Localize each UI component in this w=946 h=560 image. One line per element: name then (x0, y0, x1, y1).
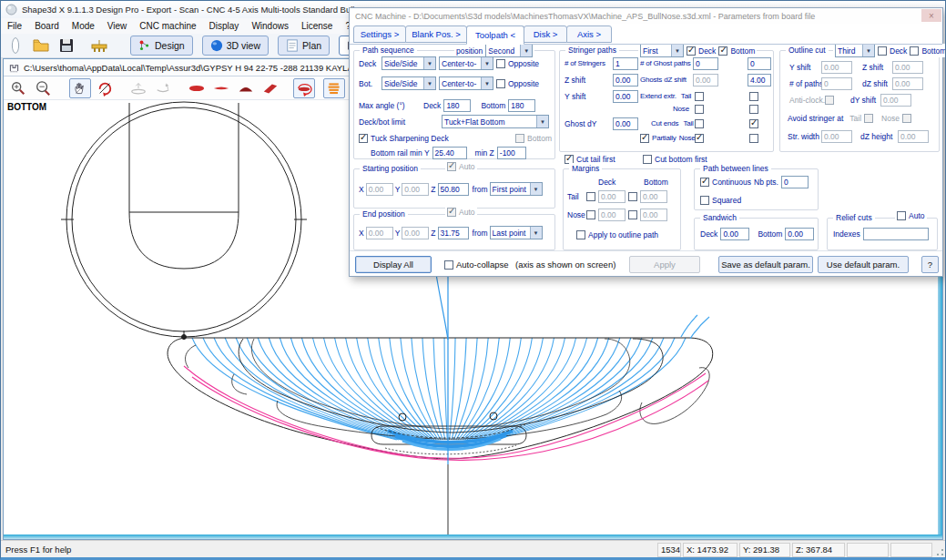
tab-axis[interactable]: Axis > (566, 25, 612, 43)
extend-extr-label: Extend extr. (640, 92, 676, 100)
tab-blank-pos[interactable]: Blank Pos. > (405, 25, 467, 43)
squared-checkbox[interactable] (700, 196, 709, 205)
deck-mode-select[interactable]: Center-to-▼ (439, 56, 493, 70)
auto-collapse-checkbox[interactable] (444, 260, 453, 270)
zoom-out-icon[interactable] (32, 78, 54, 98)
outline-order-select[interactable]: Third▼ (835, 44, 875, 57)
3d-view-button[interactable]: 3D view (202, 36, 269, 56)
start-z-field[interactable]: 50.80 (438, 183, 469, 196)
outline-bottom-checkbox[interactable] (910, 46, 919, 56)
position-select[interactable]: Second▼ (485, 44, 533, 57)
ghosts-dz-bottom-field[interactable]: 4.00 (748, 74, 771, 87)
apply-outline-checkbox[interactable] (576, 230, 585, 239)
dialog-help-button[interactable]: ? (921, 256, 939, 273)
margin-nose-bottom-checkbox[interactable] (628, 210, 637, 219)
ghost-paths-bottom-field[interactable]: 0 (748, 57, 771, 70)
deck-sequence-select[interactable]: Side/Side▼ (381, 56, 436, 70)
bottom-mode-select[interactable]: Center-to-▼ (439, 76, 493, 90)
deck-bot-limit-select[interactable]: Tuck+Flat Bottom▼ (442, 115, 549, 128)
menu-view[interactable]: View (101, 19, 134, 33)
bottom-rail-min-y-field[interactable]: 25.40 (432, 147, 467, 159)
close-icon[interactable]: × (921, 9, 941, 22)
relief-auto-label: Auto (909, 211, 925, 220)
design-button[interactable]: Design (130, 36, 193, 56)
plan-button[interactable]: Plan (278, 36, 330, 56)
outline-z-shift-label: Z shift (862, 63, 890, 72)
max-angle-deck-field[interactable]: 180 (443, 99, 471, 112)
path-sequence-group: Path sequence position Second▼ Deck Side… (353, 50, 555, 159)
stringer-bottom-checkbox[interactable] (718, 46, 727, 56)
display-all-button[interactable]: Display All (355, 256, 432, 273)
nb-pts-field[interactable]: 0 (781, 176, 809, 188)
partially-checkbox[interactable] (640, 134, 649, 143)
menu-mode[interactable]: Mode (66, 19, 101, 33)
menu-cnc-machine[interactable]: CNC machine (133, 19, 202, 33)
extend-nose-bottom-checkbox[interactable] (749, 105, 758, 114)
min-z-field[interactable]: -100 (497, 147, 526, 159)
relief-auto-checkbox[interactable] (897, 211, 906, 220)
tuck-sharpening-checkbox[interactable] (359, 134, 368, 143)
perspective-view-icon[interactable] (259, 78, 281, 98)
chevron-down-icon: ▼ (520, 45, 532, 56)
use-default-button[interactable]: Use default param. (818, 256, 909, 273)
outline-deck-checkbox[interactable] (878, 46, 887, 56)
margin-tail-deck-checkbox[interactable] (586, 192, 595, 201)
slice-view-icon[interactable] (235, 78, 257, 98)
ghost-dy-field[interactable]: 0.00 (613, 117, 638, 130)
pan-hand-icon[interactable] (69, 78, 91, 98)
profile-view-icon[interactable] (210, 78, 232, 98)
stringer-order-select[interactable]: First▼ (640, 44, 684, 57)
cut-ends-nose-deck-checkbox[interactable] (695, 134, 704, 143)
y-shift-field[interactable]: 0.00 (613, 90, 638, 103)
start-y-field: 0.00 (402, 183, 429, 196)
new-board-icon[interactable] (5, 36, 26, 56)
nb-pts-label: Nb pts. (754, 178, 778, 187)
menu-license[interactable]: License (295, 19, 339, 33)
rotate-view-icon[interactable] (94, 78, 116, 98)
save-default-button[interactable]: Save as default param. (718, 256, 813, 273)
outline-view-icon[interactable] (186, 78, 208, 98)
extend-tail-deck-checkbox[interactable] (695, 92, 704, 101)
rotate-board-view-icon[interactable] (293, 78, 315, 98)
z-shift-field[interactable]: 0.00 (613, 74, 638, 87)
cut-tail-first-checkbox[interactable] (565, 155, 574, 164)
layers-view-icon[interactable] (323, 78, 345, 98)
bottom-sequence-select[interactable]: Side/Side▼ (381, 76, 436, 90)
max-angle-bottom-field[interactable]: 180 (508, 99, 535, 112)
sandwich-bottom-field[interactable]: 0.00 (785, 228, 814, 240)
menu-file[interactable]: File (1, 19, 28, 33)
num-stringers-field[interactable]: 1 (613, 57, 638, 70)
end-z-field[interactable]: 31.75 (438, 227, 469, 239)
open-folder-icon[interactable] (30, 36, 52, 56)
cut-ends-tail-bottom-checkbox[interactable] (749, 119, 758, 128)
margin-tail-bottom-checkbox[interactable] (628, 192, 637, 201)
tab-disk[interactable]: Disk > (524, 25, 567, 43)
extend-tail-bottom-checkbox[interactable] (749, 92, 758, 101)
menu-windows[interactable]: Windows (245, 19, 295, 33)
cut-ends-tail-deck-checkbox[interactable] (695, 119, 704, 128)
zoom-in-icon[interactable] (7, 78, 29, 98)
continuous-checkbox[interactable] (700, 178, 709, 187)
save-icon[interactable] (56, 36, 77, 56)
cut-ends-nose-bottom-checkbox[interactable] (749, 134, 758, 143)
start-from-select[interactable]: First point▼ (490, 182, 543, 196)
ghost-dy-label: Ghost dY (565, 119, 610, 128)
menu-display[interactable]: Display (203, 19, 246, 33)
cut-bottom-first-checkbox[interactable] (643, 155, 652, 164)
bottom-opposite-checkbox[interactable] (496, 79, 505, 88)
margin-nose-deck-checkbox[interactable] (586, 210, 595, 219)
ghost-paths-deck-field[interactable]: 0 (693, 57, 718, 70)
indexes-field[interactable] (863, 228, 929, 240)
measure-icon[interactable] (88, 36, 110, 56)
end-from-select[interactable]: Last point▼ (490, 226, 543, 239)
menu-board[interactable]: Board (28, 19, 66, 33)
deck-opposite-checkbox[interactable] (496, 59, 505, 68)
extend-nose-deck-checkbox[interactable] (695, 105, 704, 114)
max-angle-bottom-label: Bottom (481, 101, 505, 110)
tab-toolpath[interactable]: Toolpath < (466, 25, 524, 45)
sandwich-group: Sandwich Deck 0.00 Bottom 0.00 (694, 218, 819, 250)
stringer-deck-checkbox[interactable] (687, 46, 696, 56)
sandwich-deck-field[interactable]: 0.00 (720, 228, 749, 240)
tab-settings[interactable]: Settings > (353, 25, 406, 43)
resize-grip[interactable] (934, 543, 945, 557)
